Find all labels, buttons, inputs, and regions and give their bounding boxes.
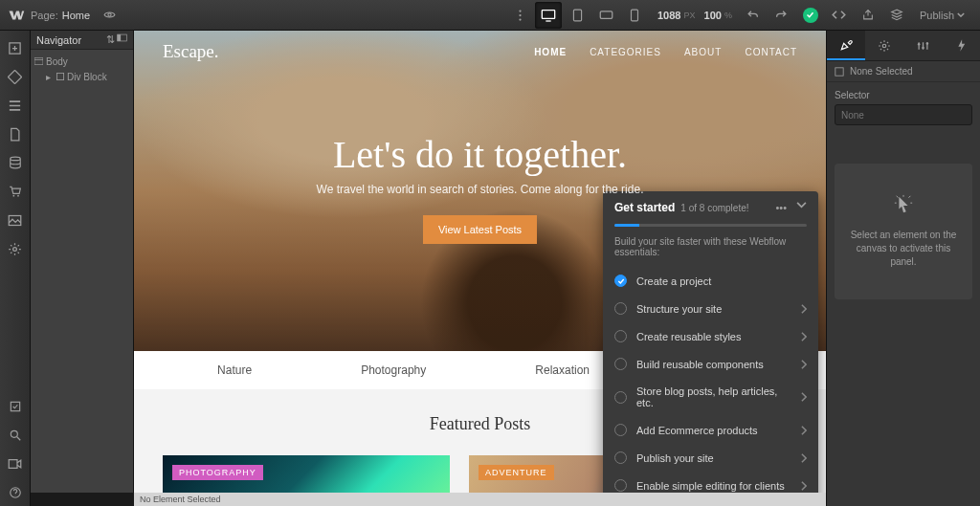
help-icon[interactable] xyxy=(2,479,29,506)
svg-rect-21 xyxy=(56,73,63,79)
cms-icon[interactable] xyxy=(2,149,29,176)
navigator-sort-icon[interactable]: ⇅ xyxy=(106,33,115,46)
top-bar: Page: Home 1088 PX 100 % xyxy=(0,0,980,31)
category-link-relaxation[interactable]: Relaxation xyxy=(535,363,590,377)
svg-point-11 xyxy=(17,195,19,197)
search-rail-icon[interactable] xyxy=(2,422,29,449)
tab-style[interactable] xyxy=(827,31,865,60)
breakpoint-tablet-icon[interactable] xyxy=(564,2,590,29)
canvas-width-display[interactable]: 1088 PX 100 % xyxy=(657,10,732,21)
more-menu-icon[interactable]: ••• xyxy=(775,202,787,213)
svg-rect-5 xyxy=(573,10,581,21)
publish-button[interactable]: Publish xyxy=(912,10,972,21)
navigator-icon[interactable] xyxy=(2,92,29,119)
svg-point-2 xyxy=(519,13,521,15)
svg-point-3 xyxy=(519,18,521,20)
svg-point-23 xyxy=(917,42,920,45)
ecommerce-icon[interactable] xyxy=(2,178,29,205)
video-help-icon[interactable] xyxy=(2,451,29,477)
preview-icon[interactable] xyxy=(96,2,122,29)
check-empty-icon xyxy=(614,330,627,342)
code-export-icon[interactable] xyxy=(826,2,853,29)
checklist-item[interactable]: Store blog posts, help articles, etc. xyxy=(603,378,818,416)
svg-point-22 xyxy=(882,44,886,48)
checklist-item[interactable]: Build reusable components xyxy=(603,350,818,378)
symbols-icon[interactable] xyxy=(2,63,29,90)
div-element-icon xyxy=(56,73,64,81)
pages-icon[interactable] xyxy=(2,121,29,147)
status-text: No Element Selected xyxy=(140,495,221,504)
tree-body-label: Body xyxy=(46,56,68,67)
svg-rect-18 xyxy=(118,34,121,41)
checklist-item[interactable]: Publish your site xyxy=(603,444,818,472)
status-indicator[interactable] xyxy=(797,2,824,29)
checklist-item-label: Structure your site xyxy=(636,303,791,315)
chevron-right-icon xyxy=(801,481,807,491)
svg-rect-6 xyxy=(600,11,612,19)
tree-node-divblock[interactable]: ▸ Div Block xyxy=(31,69,133,84)
width-value: 1088 xyxy=(657,10,680,21)
check-empty-icon xyxy=(614,479,627,492)
hero-cta-button[interactable]: View Latest Posts xyxy=(423,215,537,244)
checklist-item[interactable]: Add Ecommerce products xyxy=(603,416,818,444)
undo-icon[interactable] xyxy=(740,2,767,29)
page-prefix-label: Page: xyxy=(31,10,58,21)
category-link-nature[interactable]: Nature xyxy=(217,363,252,377)
category-link-photography[interactable]: Photography xyxy=(361,363,426,377)
site-logo[interactable]: Escape. xyxy=(163,41,219,62)
check-empty-icon xyxy=(614,391,627,404)
svg-rect-20 xyxy=(34,57,43,65)
hero-heading[interactable]: Let's do it together. xyxy=(317,132,644,177)
tab-style-manager[interactable] xyxy=(903,31,942,60)
more-options-icon[interactable] xyxy=(506,2,533,29)
nav-link-about[interactable]: ABOUT xyxy=(684,47,722,57)
settings-rail-icon[interactable] xyxy=(2,235,29,262)
page-selector[interactable]: Page: Home xyxy=(31,10,90,21)
check-empty-icon xyxy=(614,358,627,370)
tab-settings[interactable] xyxy=(865,31,903,60)
nav-link-home[interactable]: HOME xyxy=(534,47,567,57)
navigator-tree: Body ▸ Div Block xyxy=(31,50,133,493)
breakpoint-mobile-portrait-icon[interactable] xyxy=(621,2,648,29)
checklist-item-label: Add Ecommerce products xyxy=(636,425,791,436)
breakpoint-desktop-icon[interactable] xyxy=(535,2,562,29)
tree-node-body[interactable]: Body xyxy=(31,54,133,69)
chevron-right-icon xyxy=(801,304,807,314)
hero-subtitle[interactable]: We travel the world in search of stories… xyxy=(317,183,644,196)
checklist-item-label: Publish your site xyxy=(636,452,791,464)
webflow-logo-icon[interactable] xyxy=(8,7,25,24)
hero-content: Let's do it together. We travel the worl… xyxy=(317,132,644,244)
breakpoint-mobile-landscape-icon[interactable] xyxy=(592,2,619,29)
audit-rail-icon[interactable] xyxy=(2,393,29,420)
chevron-right-icon xyxy=(801,392,807,402)
collapse-panel-icon[interactable] xyxy=(796,202,807,213)
assets-icon[interactable] xyxy=(2,207,29,233)
checklist-item[interactable]: Create reusable styles xyxy=(603,322,818,350)
left-tool-rail xyxy=(0,31,31,506)
checklist-item[interactable]: Create a project xyxy=(603,267,818,295)
svg-point-1 xyxy=(519,10,521,11)
featured-card[interactable]: PHOTOGRAPHY xyxy=(163,455,450,493)
audit-icon[interactable] xyxy=(883,2,910,29)
svg-point-10 xyxy=(12,195,14,197)
tab-interactions[interactable] xyxy=(942,31,980,60)
nav-link-contact[interactable]: CONTACT xyxy=(745,47,797,57)
card-tag-adventure[interactable]: ADVENTURE xyxy=(479,465,554,480)
nav-link-categories[interactable]: CATEGORIES xyxy=(590,47,661,57)
element-box-icon xyxy=(835,67,844,77)
zoom-value: 100 xyxy=(704,10,722,21)
checklist-item-label: Create reusable styles xyxy=(636,331,791,342)
navigator-collapse-icon[interactable] xyxy=(117,33,127,46)
chevron-right-icon xyxy=(801,360,807,369)
tree-div-label: Div Block xyxy=(67,72,107,82)
selector-value: None xyxy=(841,110,864,121)
style-panel: None Selected Selector None Select an el… xyxy=(826,31,980,506)
zoom-unit: % xyxy=(724,11,732,20)
selector-input[interactable]: None xyxy=(835,104,972,125)
checklist-item[interactable]: Structure your site xyxy=(603,295,818,322)
card-tag-photography[interactable]: PHOTOGRAPHY xyxy=(172,465,263,480)
redo-icon[interactable] xyxy=(768,2,795,29)
share-icon[interactable] xyxy=(855,2,881,29)
checklist-item-label: Enable simple editing for clients xyxy=(636,480,791,492)
add-element-icon[interactable] xyxy=(2,34,29,61)
